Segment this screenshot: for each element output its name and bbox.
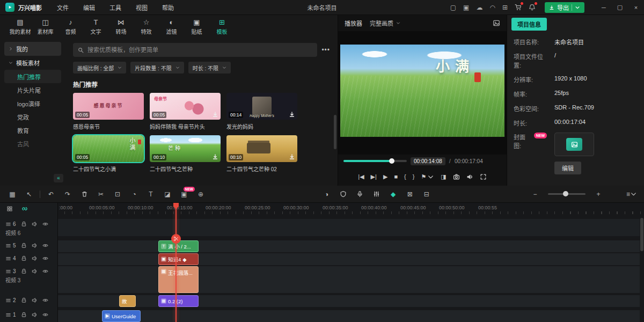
apps-icon[interactable]: ⊞	[502, 4, 508, 11]
lock-icon[interactable]	[21, 255, 27, 261]
set-cover-button[interactable]	[566, 138, 582, 151]
app-logo-icon[interactable]	[5, 3, 14, 12]
duration-filter[interactable]: 时长 : 不限	[188, 62, 231, 74]
compare-view-button[interactable]: ◨	[441, 174, 446, 180]
video-preview[interactable]: 小满	[340, 45, 504, 137]
store-cart-icon[interactable]	[515, 4, 522, 11]
aspect-ratio-filter[interactable]: 画幅比例 : 全部	[73, 62, 126, 74]
tab-text[interactable]: T文字	[83, 19, 108, 35]
timeline-ruler[interactable]: :00:00 00:00:05:00 00:00:10:00 00:00:15:…	[58, 203, 644, 215]
timeline-scrollbar[interactable]	[640, 218, 643, 319]
scrollbar-thumb[interactable]	[640, 218, 643, 251]
tab-filters[interactable]: ◐滤镜	[159, 19, 184, 35]
edit-cover-button[interactable]: 编辑	[554, 162, 581, 174]
maximize-button[interactable]: ▢	[612, 0, 628, 15]
media-clip[interactable]: ▦0.2 (2)	[158, 295, 199, 307]
tab-stickers[interactable]: ▣贴纸	[184, 19, 209, 35]
lock-icon[interactable]	[21, 297, 27, 303]
timeline-zoom-slider[interactable]	[548, 193, 586, 195]
template-thumbnail[interactable]: 感恩母亲节 00:05	[73, 93, 144, 120]
project-info-tab[interactable]: 项目信息	[511, 18, 547, 31]
seek-bar[interactable]	[343, 160, 407, 162]
undo-icon[interactable]: ↶	[45, 188, 57, 200]
template-thumbnail[interactable]: 母亲节 00:05	[150, 93, 221, 120]
preview-window-icon[interactable]	[493, 19, 500, 27]
stop-button[interactable]: ■	[394, 174, 398, 180]
export-button[interactable]: 导出	[545, 2, 584, 13]
add-text-icon[interactable]: T	[145, 188, 157, 200]
redo-icon[interactable]: ↷	[62, 188, 74, 200]
sticker-clip[interactable]: ▣知道4◆	[158, 253, 199, 265]
cloud-upload-icon[interactable]: ☁	[476, 4, 482, 11]
template-thumbnail[interactable]: 芒种 00:10	[150, 135, 221, 162]
export-frame-icon[interactable]: ⊟	[421, 188, 433, 200]
menu-view[interactable]: 视图	[136, 3, 148, 12]
volume-button[interactable]	[466, 173, 473, 180]
zoom-out-icon[interactable]: −	[529, 188, 541, 200]
eye-icon[interactable]	[42, 268, 48, 274]
media-layout-icon[interactable]: ▦	[6, 188, 18, 200]
eye-icon[interactable]	[42, 243, 48, 248]
menu-tools[interactable]: 工具	[109, 3, 121, 12]
eye-icon[interactable]	[42, 312, 48, 318]
download-icon[interactable]	[211, 153, 219, 161]
track-manager-icon[interactable]: ≡	[626, 188, 638, 200]
speaker-icon[interactable]	[32, 268, 38, 274]
eye-icon[interactable]	[42, 255, 48, 261]
template-thumbnail-selected[interactable]: 小满 00:05	[73, 135, 144, 162]
split-scissors-icon[interactable]: ✂	[95, 188, 107, 200]
search-input[interactable]	[87, 47, 312, 53]
split-scissors-cursor[interactable]	[171, 234, 181, 244]
effect-clip[interactable]: 故	[119, 295, 136, 307]
video-clip[interactable]: ▦王花圆落...	[158, 266, 199, 293]
tab-transitions[interactable]: ⋈转场	[108, 19, 134, 35]
more-options-button[interactable]: •••	[321, 46, 330, 54]
sidebar-item-logo[interactable]: logo演绎	[4, 97, 61, 110]
close-button[interactable]: ×	[628, 0, 644, 15]
seek-handle[interactable]	[389, 158, 394, 164]
download-icon[interactable]	[288, 111, 296, 119]
browser-scrollbar[interactable]	[334, 115, 336, 149]
color-correction-icon[interactable]: ◑	[321, 188, 333, 200]
notifications-icon[interactable]	[529, 4, 536, 11]
quality-dropdown[interactable]: 完整画质	[370, 19, 400, 27]
sidebar-item-hot[interactable]: 热门推荐	[4, 70, 61, 83]
sidebar-item-ancient[interactable]: 古风	[4, 137, 61, 150]
voiceover-mic-icon[interactable]	[354, 188, 366, 200]
sidebar-item-intro-outro[interactable]: 片头片尾	[4, 83, 61, 97]
speaker-icon[interactable]	[32, 243, 38, 248]
video-clip[interactable]: ▶UserGuide	[102, 310, 141, 322]
keyframe-icon[interactable]: ◆	[387, 188, 399, 200]
download-icon[interactable]	[211, 111, 219, 119]
template-thumbnail[interactable]: Happy Mother's 00:14	[226, 93, 297, 120]
mask-icon[interactable]: ◪	[162, 188, 173, 200]
zoom-slider-handle[interactable]	[563, 191, 568, 196]
play-button[interactable]: ▶	[383, 174, 387, 180]
support-icon[interactable]: ◠	[489, 4, 495, 11]
prev-frame-button[interactable]: |◀	[358, 174, 364, 180]
audio-mixer-icon[interactable]	[371, 188, 383, 200]
template-thumbnail[interactable]: 00:10	[226, 135, 297, 162]
clip-count-filter[interactable]: 片段数量 : 不限	[130, 62, 184, 74]
screen-record-icon[interactable]: ⊠	[404, 188, 416, 200]
menu-help[interactable]: 帮助	[162, 3, 174, 12]
tab-audio[interactable]: ♪音频	[58, 19, 83, 35]
menu-file[interactable]: 文件	[57, 3, 69, 12]
mark-out-button[interactable]: }	[413, 174, 415, 180]
marker-button[interactable]: ⚑	[421, 173, 434, 180]
next-frame-button[interactable]: ▶|	[371, 174, 377, 180]
select-tool-icon[interactable]: ↖	[23, 188, 35, 200]
crop-icon[interactable]: ⊡	[112, 188, 123, 200]
fullscreen-button[interactable]	[480, 173, 487, 180]
tab-stock-media[interactable]: ◫素材库	[33, 19, 58, 35]
lock-icon[interactable]	[21, 221, 27, 227]
tab-my-media[interactable]: ▤我的素材	[8, 19, 33, 35]
link-clips-icon[interactable]	[21, 206, 28, 212]
speaker-icon[interactable]	[32, 255, 38, 261]
menu-edit[interactable]: 编辑	[83, 3, 95, 12]
export-caret-icon[interactable]	[575, 5, 580, 10]
effects-plugin-icon[interactable]: ⊕	[195, 188, 207, 200]
save-project-icon[interactable]: ▣	[463, 4, 469, 11]
zoom-in-icon[interactable]: +	[592, 188, 604, 200]
sidebar-collapse-button[interactable]: «	[54, 174, 63, 182]
